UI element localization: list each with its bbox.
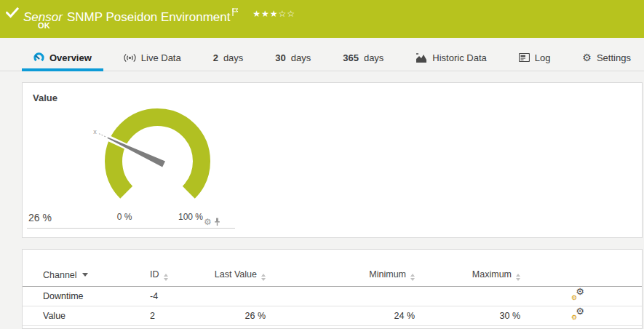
sort-updown-icon xyxy=(164,274,168,281)
tab-settings-label: Settings xyxy=(597,52,631,63)
sort-updown-icon xyxy=(516,274,520,281)
tab-overview[interactable]: Overview xyxy=(22,38,103,71)
tab-historic-data-label: Historic Data xyxy=(432,52,486,63)
column-header-maximum[interactable]: Maximum xyxy=(419,264,525,286)
gauge-scale-min-label: 0 % xyxy=(106,212,143,222)
sensor-status-bar: SensorSNMP Poseidon Environment ★★★☆☆ OK xyxy=(0,0,644,38)
table-row-value: Value 2 26 % 24 % 30 % ⚙⚙ xyxy=(23,306,642,325)
area-chart-icon xyxy=(416,53,427,63)
cell-channel[interactable]: Value xyxy=(23,306,144,325)
column-header-id[interactable]: ID xyxy=(144,264,213,286)
tab-2-days[interactable]: 2 days xyxy=(202,38,255,71)
tab-log-label: Log xyxy=(535,52,551,63)
tab-30-days-number: 30 xyxy=(275,52,285,63)
gauge-underline-divider xyxy=(27,228,235,229)
pin-graph-icon[interactable] xyxy=(214,218,220,226)
gear-icon: ⚙ xyxy=(582,52,592,63)
gauge-arc xyxy=(114,117,202,192)
tab-bar: Overview Live Data 2 days 30 days 365 da… xyxy=(0,38,644,71)
tab-overview-label: Overview xyxy=(49,52,92,63)
cell-maximum xyxy=(419,286,525,306)
tab-live-data[interactable]: Live Data xyxy=(112,38,193,71)
column-header-actions xyxy=(525,264,642,286)
tab-log[interactable]: Log xyxy=(507,38,562,71)
tab-30-days-label: days xyxy=(291,52,311,63)
channel-table-header-row: Channel ID Last Value Minimum Maximum xyxy=(23,264,642,286)
cell-minimum xyxy=(270,286,419,306)
gauge-settings-gear-icon[interactable]: ⚙ xyxy=(204,218,212,226)
sort-descending-icon xyxy=(82,273,88,277)
channel-settings-gears-icon[interactable]: ⚙⚙ xyxy=(571,290,584,301)
cell-last-value xyxy=(213,286,270,306)
tab-365-days-label: days xyxy=(364,52,383,63)
tab-2-days-label: days xyxy=(223,52,243,63)
table-row-downtime: Downtime -4 ⚙⚙ xyxy=(23,286,642,306)
tab-2-days-number: 2 xyxy=(213,52,218,63)
channels-panel: Channel ID Last Value Minimum Maximum xyxy=(22,249,643,329)
cell-last-value: 26 % xyxy=(213,306,270,325)
column-header-channel[interactable]: Channel xyxy=(23,264,144,286)
tab-30-days[interactable]: 30 days xyxy=(263,38,322,71)
tab-live-data-label: Live Data xyxy=(141,52,181,63)
log-icon xyxy=(519,53,530,62)
page-title: SensorSNMP Poseidon Environment ★★★☆☆ xyxy=(23,4,295,25)
value-gauge-chart: x xyxy=(23,83,299,239)
sort-updown-icon xyxy=(410,274,415,281)
tab-365-days-number: 365 xyxy=(343,52,359,63)
cell-id: -4 xyxy=(144,286,213,306)
cell-id: 2 xyxy=(144,306,213,325)
column-header-last-value[interactable]: Last Value xyxy=(213,264,270,286)
tab-historic-data[interactable]: Historic Data xyxy=(404,38,498,71)
tab-settings[interactable]: ⚙ Settings xyxy=(571,38,643,71)
gauge-panel: Value x 0 % 100 % 26 % ⚙ xyxy=(22,82,643,238)
cell-maximum: 30 % xyxy=(419,306,525,325)
sensor-name: SNMP Poseidon Environment xyxy=(67,10,231,24)
cell-channel[interactable]: Downtime xyxy=(23,286,144,306)
status-ok-check-icon xyxy=(6,7,19,18)
column-header-minimum[interactable]: Minimum xyxy=(270,264,419,286)
gauge-needle-marker-label: x xyxy=(93,128,97,135)
status-badge: OK xyxy=(38,21,50,30)
broadcast-icon xyxy=(124,53,136,63)
channel-table: Channel ID Last Value Minimum Maximum xyxy=(23,264,642,326)
tab-365-days[interactable]: 365 days xyxy=(331,38,395,71)
flag-icon[interactable] xyxy=(232,8,239,16)
priority-stars[interactable]: ★★★☆☆ xyxy=(253,6,295,22)
cell-minimum: 24 % xyxy=(270,306,419,325)
channel-settings-gears-icon[interactable]: ⚙⚙ xyxy=(571,309,584,320)
gauge-icon xyxy=(33,52,44,63)
sort-updown-icon xyxy=(261,274,266,281)
gauge-current-value: 26 % xyxy=(28,212,52,223)
